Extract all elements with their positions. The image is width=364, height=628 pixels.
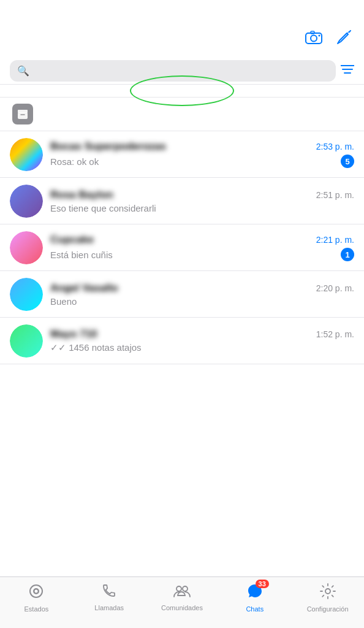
archived-row[interactable] bbox=[0, 98, 364, 131]
chat-bottom: ✓✓ 1456 notas atajos bbox=[50, 342, 354, 353]
chat-name: Rosa Baylon bbox=[50, 189, 311, 201]
search-container: 🔍 bbox=[0, 58, 364, 84]
chat-item-5[interactable]: Mayo 710 1:52 p. m. ✓✓ 1456 notas atajos bbox=[0, 318, 364, 364]
avatar bbox=[10, 324, 43, 358]
tab-label-estados: Estados bbox=[25, 605, 49, 613]
tab-label-chats: Chats bbox=[246, 605, 264, 613]
archive-icon bbox=[12, 104, 33, 124]
chat-name: Mayo 710 bbox=[50, 328, 311, 340]
chat-content: Rosa Baylon 2:51 p. m. Eso tiene que con… bbox=[50, 189, 354, 213]
page-title bbox=[0, 49, 364, 58]
svg-point-1 bbox=[311, 36, 317, 42]
chat-item-3[interactable]: Cupcake 2:21 p. m. Está bien cuñis 1 bbox=[0, 224, 364, 271]
compose-icon[interactable] bbox=[336, 29, 352, 49]
estados-icon bbox=[28, 583, 44, 603]
search-icon: 🔍 bbox=[17, 65, 29, 77]
chat-content: Mayo 710 1:52 p. m. ✓✓ 1456 notas atajos bbox=[50, 328, 354, 353]
chat-bottom: Está bien cuñis 1 bbox=[50, 248, 354, 261]
chat-top: Cupcake 2:21 p. m. bbox=[50, 234, 354, 246]
chat-preview: Rosa: ok ok bbox=[50, 156, 336, 167]
header bbox=[0, 27, 364, 49]
tab-configuracion[interactable]: Configuración bbox=[291, 583, 364, 613]
chat-list: Bocas Superpoderozas 2:53 p. m. Rosa: ok… bbox=[0, 131, 364, 364]
tab-comunidades[interactable]: Comunidades bbox=[146, 583, 219, 611]
chat-time: 2:20 p. m. bbox=[316, 283, 354, 293]
chat-name: Angel Vasallo bbox=[50, 282, 311, 294]
tab-estados[interactable]: Estados bbox=[0, 583, 73, 613]
chat-preview: ✓✓ 1456 notas atajos bbox=[50, 342, 354, 353]
llamadas-icon bbox=[102, 583, 116, 602]
chat-name: Cupcake bbox=[50, 234, 311, 246]
avatar bbox=[10, 185, 43, 218]
chat-bottom: Eso tiene que considerarli bbox=[50, 203, 354, 213]
chat-time: 2:21 p. m. bbox=[316, 235, 354, 245]
chat-content: Cupcake 2:21 p. m. Está bien cuñis 1 bbox=[50, 234, 354, 261]
comunidades-icon bbox=[173, 583, 191, 602]
svg-point-14 bbox=[183, 586, 188, 591]
chat-time: 2:53 p. m. bbox=[316, 142, 354, 151]
chat-badge: 1 bbox=[341, 248, 354, 261]
chat-top: Angel Vasallo 2:20 p. m. bbox=[50, 282, 354, 294]
chat-content: Bocas Superpoderozas 2:53 p. m. Rosa: ok… bbox=[50, 140, 354, 168]
chat-bottom: Bueno bbox=[50, 296, 354, 307]
svg-rect-8 bbox=[18, 110, 28, 113]
chat-preview: Bueno bbox=[50, 296, 354, 307]
search-bar[interactable]: 🔍 bbox=[10, 60, 336, 82]
avatar bbox=[10, 138, 43, 171]
chat-top: Mayo 710 1:52 p. m. bbox=[50, 328, 354, 340]
chat-top: Rosa Baylon 2:51 p. m. bbox=[50, 189, 354, 201]
chat-item-1[interactable]: Bocas Superpoderozas 2:53 p. m. Rosa: ok… bbox=[0, 131, 364, 178]
configuracion-icon bbox=[320, 583, 336, 603]
chat-name: Bocas Superpoderozas bbox=[50, 140, 311, 153]
svg-rect-7 bbox=[18, 112, 28, 119]
chat-item-4[interactable]: Angel Vasallo 2:20 p. m. Bueno bbox=[0, 271, 364, 318]
avatar bbox=[10, 278, 43, 311]
chat-bottom: Rosa: ok ok 5 bbox=[50, 155, 354, 168]
chat-item-2[interactable]: Rosa Baylon 2:51 p. m. Eso tiene que con… bbox=[0, 178, 364, 224]
chat-badge: 5 bbox=[341, 155, 354, 168]
status-bar bbox=[0, 0, 364, 27]
svg-point-15 bbox=[325, 589, 330, 594]
tab-badge-chats: 33 bbox=[256, 580, 269, 588]
chat-top: Bocas Superpoderozas 2:53 p. m. bbox=[50, 140, 354, 153]
avatar bbox=[10, 231, 43, 264]
svg-point-13 bbox=[176, 586, 181, 591]
chat-content: Angel Vasallo 2:20 p. m. Bueno bbox=[50, 282, 354, 307]
tab-bar: Estados Llamadas Comunidades 33 Chats Co… bbox=[0, 576, 364, 628]
header-icons bbox=[305, 29, 352, 49]
chat-preview: Eso tiene que considerarli bbox=[50, 203, 354, 213]
tab-label-comunidades: Comunidades bbox=[161, 604, 203, 611]
filter-icon[interactable] bbox=[341, 64, 354, 78]
chat-time: 2:51 p. m. bbox=[316, 190, 354, 200]
camera-icon[interactable] bbox=[305, 30, 322, 48]
chats-icon: 33 bbox=[247, 583, 263, 603]
chat-time: 1:52 p. m. bbox=[316, 329, 354, 339]
tab-label-llamadas: Llamadas bbox=[94, 604, 124, 611]
tab-llamadas[interactable]: Llamadas bbox=[73, 583, 146, 611]
svg-point-3 bbox=[319, 35, 320, 37]
svg-point-12 bbox=[35, 590, 38, 593]
action-row bbox=[0, 85, 364, 98]
tab-label-configuracion: Configuración bbox=[307, 605, 349, 613]
tab-chats[interactable]: 33 Chats bbox=[218, 583, 291, 613]
chat-preview: Está bien cuñis bbox=[50, 250, 336, 260]
